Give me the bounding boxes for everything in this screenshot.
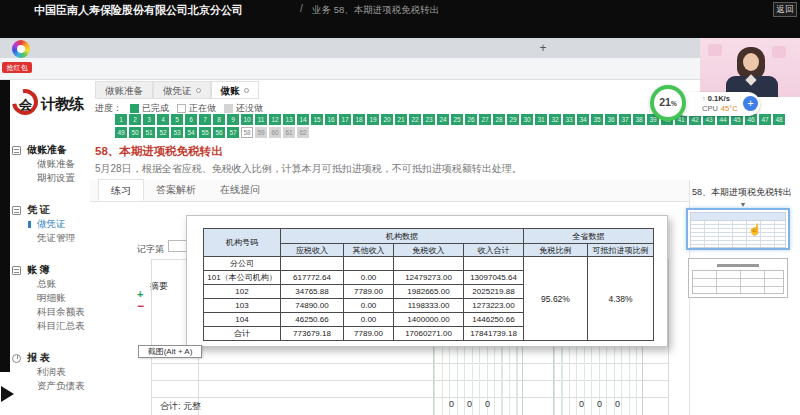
value-cell: 0.00 bbox=[344, 299, 394, 313]
add-row-button[interactable]: + bbox=[137, 289, 143, 299]
sidebar-item[interactable]: 科目余额表 bbox=[12, 305, 90, 319]
subtab[interactable]: 在线提问 bbox=[208, 179, 272, 201]
task-square-11[interactable]: 11 bbox=[255, 114, 267, 125]
sidebar-item[interactable]: 利润表 bbox=[12, 365, 90, 379]
task-square-59[interactable]: 59 bbox=[255, 127, 267, 138]
task-square-55[interactable]: 55 bbox=[199, 127, 211, 138]
task-square-12[interactable]: 12 bbox=[269, 114, 281, 125]
task-square-20[interactable]: 20 bbox=[381, 114, 393, 125]
app-tab[interactable]: 做账准备 bbox=[95, 81, 153, 99]
attachment-thumbnail-1[interactable] bbox=[686, 208, 790, 250]
task-square-14[interactable]: 14 bbox=[297, 114, 309, 125]
voucher-no-label: 记字第 bbox=[137, 243, 164, 256]
task-square-9[interactable]: 9 bbox=[227, 114, 239, 125]
task-square-56[interactable]: 56 bbox=[213, 127, 225, 138]
speed-ball-plus-button[interactable]: + bbox=[743, 96, 758, 111]
task-square-5[interactable]: 5 bbox=[171, 114, 183, 125]
zeros-a: 000 bbox=[449, 399, 490, 409]
new-tab-button[interactable]: + bbox=[535, 41, 551, 57]
sidebar-item[interactable]: 总账 bbox=[12, 277, 90, 291]
task-square-6[interactable]: 6 bbox=[185, 114, 197, 125]
remove-row-button[interactable]: − bbox=[137, 301, 144, 311]
task-square-53[interactable]: 53 bbox=[171, 127, 183, 138]
task-square-13[interactable]: 13 bbox=[283, 114, 295, 125]
sidebar-item[interactable]: 科目汇总表 bbox=[12, 319, 90, 333]
task-square-10[interactable]: 10 bbox=[241, 114, 253, 125]
browser-logo-icon[interactable] bbox=[12, 40, 30, 58]
subtab[interactable]: 答案解析 bbox=[144, 179, 208, 201]
task-square-47[interactable]: 47 bbox=[759, 114, 771, 125]
task-square-4[interactable]: 4 bbox=[157, 114, 169, 125]
task-square-50[interactable]: 50 bbox=[129, 127, 141, 138]
hand-cursor-icon: ☝ bbox=[748, 223, 774, 236]
task-square-58[interactable]: 58 bbox=[241, 127, 253, 138]
sidebar-item-label: 科目余额表 bbox=[37, 306, 85, 317]
task-square-48[interactable]: 48 bbox=[773, 114, 785, 125]
sidebar-item[interactable]: 资产负债表 bbox=[12, 379, 90, 393]
task-square-49[interactable]: 49 bbox=[115, 127, 127, 138]
task-square-30[interactable]: 30 bbox=[521, 114, 533, 125]
task-square-36[interactable]: 36 bbox=[605, 114, 617, 125]
task-square-57[interactable]: 57 bbox=[227, 127, 239, 138]
task-square-22[interactable]: 22 bbox=[409, 114, 421, 125]
task-square-23[interactable]: 23 bbox=[423, 114, 435, 125]
tab-status-icon bbox=[244, 88, 249, 93]
col-header: 机构号码 bbox=[204, 229, 281, 257]
task-square-60[interactable]: 60 bbox=[269, 127, 281, 138]
memory-ball[interactable]: 21% bbox=[650, 85, 686, 121]
task-square-51[interactable]: 51 bbox=[143, 127, 155, 138]
task-square-26[interactable]: 26 bbox=[465, 114, 477, 125]
task-square-1[interactable]: 1 bbox=[115, 114, 127, 125]
sidebar-item[interactable]: 做账准备 bbox=[12, 157, 90, 171]
back-button[interactable]: 返回 bbox=[773, 2, 797, 17]
subtab[interactable]: 练习 bbox=[98, 179, 144, 201]
digit-zero: 0 bbox=[597, 399, 602, 409]
task-square-17[interactable]: 17 bbox=[339, 114, 351, 125]
sidebar-section: 报 表 bbox=[12, 351, 90, 365]
task-square-3[interactable]: 3 bbox=[143, 114, 155, 125]
sidebar-item[interactable]: 明细账 bbox=[12, 291, 90, 305]
sidebar-item[interactable]: 期初设置 bbox=[12, 171, 90, 185]
task-square-8[interactable]: 8 bbox=[213, 114, 225, 125]
task-square-16[interactable]: 16 bbox=[325, 114, 337, 125]
task-square-32[interactable]: 32 bbox=[549, 114, 561, 125]
col-header: 收入合计 bbox=[464, 244, 524, 257]
org-data-dialog[interactable]: 机构号码机构数据全省数据应税收入其他收入免税收入收入合计免税比例可抵扣进项比例 … bbox=[186, 215, 668, 347]
task-square-38[interactable]: 38 bbox=[633, 114, 645, 125]
task-square-19[interactable]: 19 bbox=[367, 114, 379, 125]
digit-zero: 0 bbox=[615, 399, 620, 409]
task-square-28[interactable]: 28 bbox=[493, 114, 505, 125]
app-tab-label: 做账准备 bbox=[105, 82, 143, 99]
value-cell: 17060271.00 bbox=[394, 327, 464, 341]
task-square-15[interactable]: 15 bbox=[311, 114, 323, 125]
task-square-2[interactable]: 2 bbox=[129, 114, 141, 125]
ledger-icon bbox=[12, 266, 21, 275]
task-square-25[interactable]: 25 bbox=[451, 114, 463, 125]
sidebar-section: 账 簿 bbox=[12, 263, 90, 277]
sidebar-item[interactable]: 凭证管理 bbox=[12, 231, 90, 245]
task-square-61[interactable]: 61 bbox=[283, 127, 295, 138]
app-tab-label: 做凭证 bbox=[163, 82, 192, 99]
task-square-34[interactable]: 34 bbox=[577, 114, 589, 125]
task-square-37[interactable]: 37 bbox=[619, 114, 631, 125]
task-square-33[interactable]: 33 bbox=[563, 114, 575, 125]
app-tab[interactable]: 做账 bbox=[211, 81, 259, 99]
sidebar-item[interactable]: 做凭证 bbox=[12, 217, 90, 231]
task-square-62[interactable]: 62 bbox=[297, 127, 309, 138]
task-square-7[interactable]: 7 bbox=[199, 114, 211, 125]
instructor-video[interactable] bbox=[700, 38, 800, 97]
task-square-52[interactable]: 52 bbox=[157, 127, 169, 138]
attachment-dropdown[interactable]: 58、本期进项税免税转出▼ bbox=[691, 186, 793, 209]
app-tab[interactable]: 做凭证 bbox=[153, 81, 211, 99]
attachment-thumbnail-2[interactable] bbox=[688, 258, 788, 298]
task-square-35[interactable]: 35 bbox=[591, 114, 603, 125]
task-square-18[interactable]: 18 bbox=[353, 114, 365, 125]
task-square-27[interactable]: 27 bbox=[479, 114, 491, 125]
task-square-24[interactable]: 24 bbox=[437, 114, 449, 125]
task-square-54[interactable]: 54 bbox=[185, 127, 197, 138]
promo-badge[interactable]: 抢红包 bbox=[2, 62, 32, 73]
task-square-21[interactable]: 21 bbox=[395, 114, 407, 125]
task-square-31[interactable]: 31 bbox=[535, 114, 547, 125]
task-square-29[interactable]: 29 bbox=[507, 114, 519, 125]
report-icon bbox=[12, 354, 21, 363]
